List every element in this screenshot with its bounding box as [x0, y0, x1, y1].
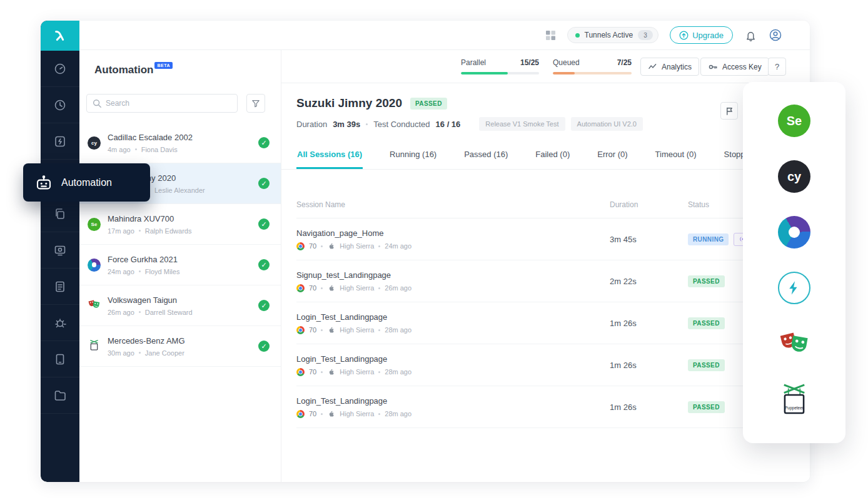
- os-name: High Sierra: [340, 284, 374, 292]
- test-name: Mercedes-Benz AMG: [108, 336, 258, 346]
- dot-separator: [139, 311, 141, 313]
- browser-version: 70: [309, 242, 316, 250]
- rail-item-document-icon[interactable]: [41, 269, 79, 305]
- header-duration: Duration: [610, 200, 688, 209]
- test-time: 30m ago: [108, 349, 134, 357]
- notifications-bell-icon[interactable]: [744, 29, 757, 42]
- tab-all-sessions[interactable]: All Sessions (16): [296, 143, 363, 169]
- passed-check-icon: [258, 178, 270, 189]
- session-duration: 1m 26s: [610, 402, 688, 412]
- playwright-masks-icon: [88, 298, 101, 314]
- tab-error[interactable]: Error (0): [597, 143, 628, 169]
- list-item[interactable]: Mercedes-Benz AMG 30m agoJane Cooper: [79, 326, 281, 367]
- session-header: Suzuki Jimny 2020 PASSED Duration 3m 39s…: [281, 83, 810, 143]
- line-chart-icon: [648, 62, 657, 71]
- rail-item-screenshot-eye-icon[interactable]: [41, 232, 79, 269]
- page: Tunnels Active 3 Upgrade AutomationBETA: [0, 0, 868, 502]
- queued-progress-bar: [553, 72, 575, 74]
- test-user: Leslie Alexander: [154, 187, 205, 194]
- chrome-icon: [296, 410, 305, 418]
- search-input[interactable]: [86, 94, 238, 113]
- test-time: 26m ago: [108, 309, 134, 316]
- rail-item-speedometer-icon[interactable]: [41, 51, 79, 87]
- cypress-icon[interactable]: cy: [777, 159, 812, 194]
- flag-button[interactable]: [720, 102, 738, 120]
- panel-title: Automation: [94, 64, 153, 76]
- rail-item-folder-icon[interactable]: [41, 377, 79, 414]
- upgrade-button[interactable]: Upgrade: [670, 26, 733, 44]
- table-row[interactable]: Signup_test_Landingpage 70 High Sierra 2…: [296, 260, 795, 302]
- analytics-button[interactable]: Analytics: [640, 58, 699, 76]
- rail-item-tablet-icon[interactable]: [41, 341, 79, 377]
- table-row[interactable]: Login_Test_Landingpage 70 High Sierra 28…: [296, 386, 795, 428]
- status-badge: PASSED: [688, 317, 725, 329]
- tab-failed[interactable]: Failed (0): [535, 143, 570, 169]
- queued-usage: Queued 7/25: [553, 58, 632, 74]
- swirl-framework-icon[interactable]: [777, 215, 812, 250]
- browser-version: 70: [309, 284, 316, 292]
- help-button[interactable]: ?: [768, 58, 786, 76]
- test-user: Fiona Davis: [141, 146, 178, 153]
- passed-check-icon: [258, 341, 270, 352]
- apps-grid-icon[interactable]: [545, 30, 556, 41]
- puppeteer-icon[interactable]: Puppeteer: [777, 382, 812, 417]
- lambdatest-logo[interactable]: [41, 21, 79, 51]
- session-name: Login_Test_Landingpage: [296, 312, 610, 322]
- session-duration: 3m 45s: [610, 235, 688, 244]
- parallel-progress-bar: [461, 72, 508, 74]
- list-item[interactable]: Se Mahindra XUV700 17m agoRalph Edwards: [79, 204, 281, 245]
- tab-passed[interactable]: Passed (16): [463, 143, 508, 169]
- dot-separator: [139, 270, 141, 272]
- icon-rail: [41, 21, 79, 482]
- table-row[interactable]: Navigation_page_Home 70 High Sierra 24m …: [296, 218, 795, 260]
- session-duration: 1m 26s: [610, 319, 688, 328]
- analytics-label: Analytics: [662, 63, 692, 71]
- tunnels-label: Tunnels Active: [585, 31, 633, 39]
- tunnels-status-dot: [575, 33, 580, 38]
- tunnels-active-pill[interactable]: Tunnels Active 3: [567, 27, 659, 43]
- status-badge: PASSED: [688, 401, 725, 413]
- session-name: Login_Test_Landingpage: [296, 354, 610, 364]
- header-session-name: Session Name: [296, 200, 610, 209]
- status-badge: PASSED: [688, 359, 725, 371]
- session-status-badge: PASSED: [410, 98, 447, 110]
- tab-timeout[interactable]: Timeout (0): [655, 143, 697, 169]
- list-item[interactable]: Volkswagen Taigun 26m agoDarrell Steward: [79, 285, 281, 326]
- lightning-icon[interactable]: [777, 270, 812, 305]
- session-tabs: All Sessions (16) Running (16) Passed (1…: [281, 143, 810, 170]
- table-row[interactable]: Login_Test_Landingpage 70 High Sierra 28…: [296, 344, 795, 386]
- test-list: cy Cadillac Escalade 2002 4m agoFiona Da…: [79, 123, 281, 367]
- test-time: 24m ago: [108, 268, 134, 275]
- dot-separator: [321, 287, 323, 289]
- rail-item-flash-icon[interactable]: [41, 123, 79, 160]
- upgrade-arrow-icon: [679, 31, 689, 40]
- filter-button[interactable]: [246, 94, 265, 113]
- apple-icon: [327, 242, 335, 250]
- list-item[interactable]: cy Cadillac Escalade 2002 4m agoFiona Da…: [79, 123, 281, 163]
- queued-value: 7/25: [617, 58, 632, 67]
- key-icon: [708, 62, 718, 72]
- access-key-label: Access Key: [722, 63, 762, 71]
- access-key-button[interactable]: Access Key: [700, 58, 769, 76]
- session-duration: 1m 26s: [610, 361, 688, 370]
- dot-separator: [321, 413, 323, 415]
- browser-version: 70: [309, 410, 316, 417]
- test-user: Darrell Steward: [145, 309, 193, 316]
- table-row[interactable]: Login_Test_Landingpage 70 High Sierra 28…: [296, 302, 795, 344]
- session-duration: 2m 22s: [610, 277, 688, 286]
- main-content: Parallel 15/25 Queued 7/25 Analytics: [281, 50, 810, 482]
- status-badge: RUNNING: [688, 233, 729, 245]
- list-item[interactable]: Force Gurkha 2021 24m agoFloyd Miles: [79, 245, 281, 285]
- playwright-masks-icon[interactable]: [777, 326, 812, 361]
- swirl-framework-icon: [88, 259, 101, 272]
- search-icon: [92, 98, 102, 108]
- user-avatar-icon[interactable]: [769, 28, 782, 42]
- duration-value: 3m 39s: [333, 120, 360, 129]
- selenium-icon[interactable]: Se: [777, 103, 812, 138]
- tooltip-label: Automation: [61, 177, 112, 188]
- rail-item-clock-icon[interactable]: [41, 87, 79, 123]
- rail-item-bug-icon[interactable]: [41, 305, 79, 341]
- os-name: High Sierra: [340, 368, 374, 376]
- tab-running[interactable]: Running (16): [389, 143, 437, 169]
- session-tag: Release V1 Smoke Test: [479, 117, 565, 131]
